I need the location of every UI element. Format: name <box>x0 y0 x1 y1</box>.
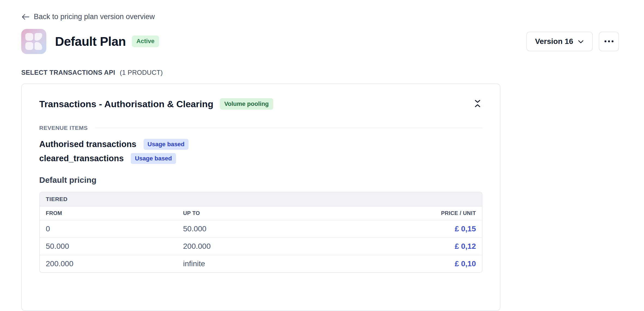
usage-based-badge: Usage based <box>144 139 189 150</box>
tier-from-value: 200.000 <box>46 259 183 268</box>
tier-price-value[interactable]: £ 0,10 <box>389 259 476 268</box>
divider <box>95 128 482 128</box>
version-dropdown-button[interactable]: Version 16 <box>526 32 593 51</box>
back-link-label: Back to pricing plan version overview <box>34 13 155 21</box>
revenue-item-name: cleared_transactions <box>39 154 124 163</box>
chevron-down-icon <box>578 37 584 46</box>
plan-header: Default Plan Active Version 16 <box>21 29 619 54</box>
collapse-icon <box>474 99 481 109</box>
version-button-label: Version 16 <box>535 37 573 46</box>
usage-based-badge: Usage based <box>131 153 176 164</box>
column-header-up-to: UP TO <box>183 210 389 216</box>
tier-up-to-value: 50.000 <box>183 225 389 233</box>
tier-price-value[interactable]: £ 0,12 <box>389 242 476 251</box>
more-actions-button[interactable] <box>599 32 619 51</box>
collapse-card-button[interactable] <box>473 98 482 110</box>
tier-up-to-value: infinite <box>183 259 389 268</box>
product-card: Transactions - Authorisation & Clearing … <box>21 83 500 311</box>
tier-from-value: 0 <box>46 225 183 233</box>
page-title: Default Plan <box>55 34 126 49</box>
pricing-model-label: TIERED <box>40 192 482 207</box>
pricing-table: TIERED FROM UP TO PRICE / UNIT 0 50.000 … <box>39 192 482 273</box>
status-badge: Active <box>132 35 159 47</box>
product-title: Transactions - Authorisation & Clearing <box>39 99 213 109</box>
column-header-from: FROM <box>46 210 183 216</box>
ellipsis-icon <box>604 40 613 42</box>
back-link[interactable]: Back to pricing plan version overview <box>21 13 155 21</box>
revenue-item: Authorised transactions Usage based <box>39 139 482 150</box>
tier-price-value[interactable]: £ 0,15 <box>389 225 476 233</box>
section-title: SELECT TRANSACTIONS API <box>21 69 115 76</box>
section-product-count: (1 PRODUCT) <box>120 69 163 76</box>
table-row: 0 50.000 £ 0,15 <box>40 220 482 238</box>
revenue-item: cleared_transactions Usage based <box>39 153 482 164</box>
pricing-plan-page: Back to pricing plan version overview De… <box>0 0 644 311</box>
column-header-price: PRICE / UNIT <box>389 210 476 216</box>
volume-pooling-badge: Volume pooling <box>220 98 273 110</box>
revenue-item-name: Authorised transactions <box>39 139 136 149</box>
plan-logo-icon <box>21 29 46 54</box>
revenue-items-section: REVENUE ITEMS <box>39 125 482 131</box>
tier-from-value: 50.000 <box>46 242 183 251</box>
product-card-header: Transactions - Authorisation & Clearing … <box>39 98 482 110</box>
table-row: 50.000 200.000 £ 0,12 <box>40 238 482 255</box>
revenue-items-list: Authorised transactions Usage based clea… <box>39 139 482 164</box>
tier-up-to-value: 200.000 <box>183 242 389 251</box>
pricing-table-header: FROM UP TO PRICE / UNIT <box>40 207 482 220</box>
table-row: 200.000 infinite £ 0,10 <box>40 255 482 272</box>
revenue-items-label: REVENUE ITEMS <box>39 125 88 131</box>
default-pricing-heading: Default pricing <box>39 175 482 185</box>
section-label: SELECT TRANSACTIONS API (1 PRODUCT) <box>21 69 619 76</box>
arrow-left-icon <box>21 14 29 20</box>
